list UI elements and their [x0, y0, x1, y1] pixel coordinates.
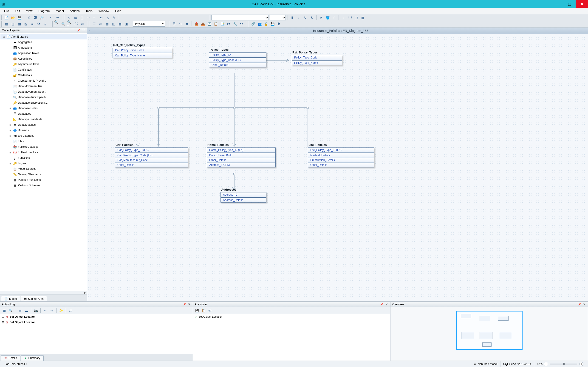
- al-btn1-icon[interactable]: ▦: [1, 308, 7, 313]
- entity-policy-types[interactable]: Policy_Types Policy_Type_ID Policy_Type_…: [209, 52, 267, 67]
- nav-icon[interactable]: ▤: [4, 21, 9, 27]
- tab-summary[interactable]: ▲Summary: [21, 355, 44, 361]
- zoom-rect-icon[interactable]: ▭: [80, 21, 85, 27]
- tree-item[interactable]: ⊞🔑Logins: [0, 161, 86, 166]
- tree-item[interactable]: 🅰Annotations: [0, 45, 86, 50]
- entity-ref-car-policy-types[interactable]: Ref_Car_Policy_Types Car_Policy_Type_Cod…: [112, 48, 172, 58]
- print-preview-icon[interactable]: 🖼: [32, 15, 38, 20]
- fontsize-select[interactable]: [270, 15, 286, 20]
- tree-item[interactable]: 🔐Credentials: [0, 73, 86, 78]
- tree-root[interactable]: ⊟📄 ArchiSurance: [0, 34, 86, 40]
- tree-item[interactable]: ◆Aggregates: [0, 40, 86, 45]
- tree-item[interactable]: ▦Partition Schemes: [0, 183, 86, 188]
- nav2-icon[interactable]: ▥: [10, 21, 16, 27]
- al-btn6-icon[interactable]: ⇤: [43, 308, 48, 313]
- annotation-icon[interactable]: ✎: [111, 15, 117, 20]
- al-btn8-icon[interactable]: ✨: [58, 308, 64, 313]
- toolbar-grip[interactable]: [209, 15, 210, 20]
- distribute-icon[interactable]: ⋮⋮: [347, 15, 353, 20]
- print-icon[interactable]: 🖨: [26, 15, 32, 20]
- zoom-slider[interactable]: [550, 364, 578, 365]
- menu-view[interactable]: View: [23, 8, 35, 14]
- tree-item[interactable]: 🔍Database Audit Specifi...: [0, 94, 86, 100]
- tree-item[interactable]: 📑Data Movement Sour...: [0, 89, 86, 94]
- pin-icon[interactable]: 📌: [380, 302, 384, 306]
- menu-edit[interactable]: Edit: [12, 8, 23, 14]
- panel-close-icon[interactable]: ✕: [385, 302, 389, 306]
- nav7-icon[interactable]: ◎: [42, 21, 48, 27]
- tree-item[interactable]: 📦Assemblies: [0, 56, 86, 61]
- adv-copy-icon[interactable]: 📋: [201, 308, 206, 313]
- panel-close-icon[interactable]: ✕: [82, 28, 85, 32]
- toolbar-grip[interactable]: [52, 21, 53, 27]
- mart2-icon[interactable]: 👥: [257, 21, 262, 27]
- entity-addresses[interactable]: Addresses Address_ID Address_Details: [221, 192, 267, 202]
- id-rel-icon[interactable]: ⇢: [86, 15, 91, 20]
- mart3-icon[interactable]: 🔒: [263, 21, 269, 27]
- toolbar-grip[interactable]: [1, 15, 3, 20]
- model-explorer-tree[interactable]: ⊟📄 ArchiSurance ◆Aggregates🅰Annotations👥…: [0, 33, 87, 291]
- redo-icon[interactable]: ↷: [55, 15, 60, 20]
- level-select[interactable]: Physical: [133, 21, 165, 27]
- al-btn9-icon[interactable]: 🏷: [68, 308, 73, 313]
- tree-item[interactable]: 📄Certificates: [0, 67, 86, 73]
- tree-item[interactable]: ⊞🔷Domains: [0, 127, 86, 133]
- entity-icon[interactable]: ▭: [73, 15, 78, 20]
- zoom-out-icon[interactable]: 🔍−: [54, 21, 60, 27]
- tab-details[interactable]: 🗑Details: [1, 355, 20, 361]
- tree-item[interactable]: ⊞🗺ER Diagrams: [0, 133, 86, 139]
- size-icon[interactable]: ⬚: [354, 15, 359, 20]
- tree-item[interactable]: 📚Fulltext Catalogs: [0, 144, 86, 150]
- minimize-button[interactable]: —: [551, 0, 563, 8]
- zoom-fit-icon[interactable]: ⛶: [73, 21, 79, 27]
- al-btn7-icon[interactable]: ⇥: [49, 308, 54, 313]
- nav6-icon[interactable]: ⚙: [36, 21, 41, 27]
- subtype-icon[interactable]: ◬: [105, 15, 111, 20]
- new-icon[interactable]: 📄: [4, 15, 9, 20]
- hscroll-right-icon[interactable]: ▶: [83, 291, 87, 294]
- underline-icon[interactable]: U: [303, 15, 308, 20]
- tree-item[interactable]: 📄Files: [0, 139, 86, 144]
- menu-file[interactable]: File: [1, 8, 12, 14]
- db1-icon[interactable]: 🗄: [171, 21, 177, 27]
- text-color-icon[interactable]: A: [318, 15, 324, 20]
- nav3-icon[interactable]: ▦: [17, 21, 22, 27]
- db7-icon[interactable]: 📋: [213, 21, 218, 27]
- menu-diagram[interactable]: Diagram: [36, 8, 52, 14]
- line-color-icon[interactable]: ／: [331, 15, 337, 20]
- mart1-icon[interactable]: 🔗: [250, 21, 256, 27]
- entity-home-policies[interactable]: Home_Policies Home_Policy_Type_ID (FK) D…: [207, 148, 276, 167]
- db3-icon[interactable]: ⇆: [184, 21, 190, 27]
- toolbar-grip[interactable]: [89, 21, 90, 27]
- diagram-canvas[interactable]: Ref_Car_Policy_Types Car_Policy_Type_Cod…: [87, 34, 588, 301]
- db6-icon[interactable]: 🔄: [207, 21, 212, 27]
- nav5-icon[interactable]: ◈: [29, 21, 35, 27]
- pin-icon[interactable]: 📌: [183, 302, 186, 306]
- adv-tag-icon[interactable]: 🏷: [207, 308, 213, 313]
- many-rel-icon[interactable]: ⇆: [99, 15, 104, 20]
- entity-ref-policy-types[interactable]: Ref_Policy_Types Policy_Type_Code Policy…: [292, 55, 342, 65]
- pointer-icon[interactable]: ↖: [66, 15, 72, 20]
- pin-icon[interactable]: 📌: [77, 28, 81, 32]
- menu-window[interactable]: Window: [96, 8, 112, 14]
- db10-icon[interactable]: 🔧: [232, 21, 238, 27]
- undo-icon[interactable]: ↶: [48, 15, 54, 20]
- toolbar-grip[interactable]: [64, 15, 65, 20]
- restore-icon[interactable]: ▫: [89, 29, 93, 33]
- menu-tools[interactable]: Tools: [83, 8, 95, 14]
- tree-item[interactable]: ƒFunctions: [0, 155, 86, 161]
- open-icon[interactable]: 📂: [10, 15, 16, 20]
- panel-close-icon[interactable]: ✕: [187, 302, 191, 306]
- action-log-row[interactable]: ⊞🗑Set Object Location: [0, 314, 193, 319]
- tab-model[interactable]: 📄Model: [1, 296, 20, 301]
- tree-item[interactable]: 📐Datatype Standards: [0, 117, 86, 122]
- zoom-plus-button[interactable]: +: [579, 362, 583, 366]
- tab-subject-area[interactable]: ▦Subject Area: [21, 296, 47, 301]
- toolbar-grip[interactable]: [169, 21, 170, 27]
- tree-item[interactable]: ⊞👥Database Roles: [0, 106, 86, 111]
- zoom-minus-button[interactable]: −: [544, 362, 548, 366]
- nonid-rel-icon[interactable]: ⇠: [92, 15, 98, 20]
- entity-life-policies[interactable]: Life_Policies Life_Policy_Type_ID (FK) M…: [308, 148, 374, 167]
- tree-item[interactable]: ⊞≡Default Values: [0, 122, 86, 127]
- font-select[interactable]: [211, 15, 269, 20]
